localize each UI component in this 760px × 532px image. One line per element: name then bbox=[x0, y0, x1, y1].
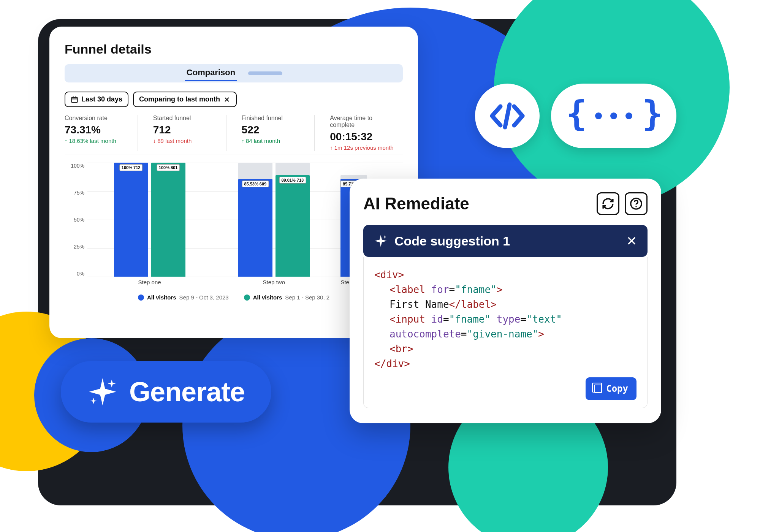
tabs-bar: Comparison bbox=[65, 64, 403, 82]
stat-value: 522 bbox=[242, 124, 307, 136]
help-button[interactable] bbox=[625, 192, 648, 215]
code-token: id bbox=[431, 314, 443, 325]
code-token: <label bbox=[390, 284, 425, 295]
legend-item: All visitors Sep 1 - Sep 30, 2 bbox=[244, 294, 329, 301]
funnel-title: Funnel details bbox=[65, 42, 403, 57]
svg-point-10 bbox=[625, 112, 632, 119]
legend-label: All visitors bbox=[147, 294, 176, 301]
tab-placeholder[interactable] bbox=[248, 71, 282, 75]
bar-series-b: 89.01% 713 bbox=[276, 163, 310, 277]
code-block: <div> <label for="fname"> First Name</la… bbox=[363, 257, 648, 408]
stat-delta: ↓ 89 last month bbox=[153, 138, 218, 144]
code-icon-badge bbox=[475, 84, 540, 148]
stat-delta: ↑ 18.63% last month bbox=[65, 138, 130, 144]
comparing-label: Comparing to last month bbox=[139, 95, 220, 103]
svg-point-8 bbox=[595, 112, 602, 119]
legend-item: All visitors Sep 9 - Oct 3, 2023 bbox=[138, 294, 229, 301]
stat-avg-time: Average time to complete 00:15:32 ↑ 1m 1… bbox=[330, 115, 403, 151]
bar-data-label: 100% 801 bbox=[157, 164, 180, 171]
close-suggestion-button[interactable]: ✕ bbox=[626, 233, 637, 249]
code-token: "text" bbox=[526, 314, 562, 325]
stat-delta: ↑ 1m 12s previous month bbox=[330, 144, 395, 151]
legend-label: All visitors bbox=[253, 294, 282, 301]
svg-point-9 bbox=[610, 112, 617, 119]
code-token: "fname" bbox=[449, 314, 491, 325]
bar-data-label: 89.01% 713 bbox=[279, 177, 306, 184]
bar-series-b: 100% 801 bbox=[151, 163, 185, 277]
stat-finished-funnel: Finished funnel 522 ↑ 84 last month bbox=[242, 115, 315, 151]
y-tick: 0% bbox=[65, 271, 87, 277]
y-tick: 25% bbox=[65, 244, 87, 250]
code-token: > bbox=[538, 328, 544, 340]
stat-label: Started funnel bbox=[153, 115, 218, 122]
svg-line-6 bbox=[505, 104, 510, 127]
x-label: Step two bbox=[212, 277, 336, 288]
stat-value: 00:15:32 bbox=[330, 131, 395, 143]
bar-series-a: 85.53% 609 bbox=[238, 163, 272, 277]
bar-group-step-one: 100% 712 100% 801 bbox=[87, 163, 212, 277]
stat-label: Finished funnel bbox=[242, 115, 307, 122]
sparkle-icon bbox=[374, 234, 388, 248]
arrow-down-icon: ↓ bbox=[153, 138, 156, 144]
tab-comparison[interactable]: Comparison bbox=[185, 65, 237, 81]
code-token: <input bbox=[390, 314, 425, 325]
ai-header: AI Remediate bbox=[363, 192, 648, 215]
copy-label: Copy bbox=[606, 382, 628, 396]
arrow-up-icon: ↑ bbox=[65, 138, 68, 144]
code-token: "given-name" bbox=[467, 328, 538, 340]
ai-remediate-card: AI Remediate Code suggestion 1 ✕ <div> <… bbox=[350, 179, 661, 423]
code-token: type bbox=[497, 314, 521, 325]
code-token: <br> bbox=[390, 343, 413, 355]
suggestion-header: Code suggestion 1 ✕ bbox=[363, 225, 648, 257]
x-label: Step one bbox=[87, 277, 212, 288]
refresh-button[interactable] bbox=[597, 192, 619, 215]
svg-point-13 bbox=[635, 206, 636, 207]
bar-data-label: 100% 712 bbox=[119, 164, 143, 171]
svg-text:{: { bbox=[566, 95, 587, 133]
code-token: autocomplete bbox=[390, 328, 461, 340]
arrow-up-icon: ↑ bbox=[330, 144, 333, 151]
code-token: First Name bbox=[390, 299, 449, 310]
copy-button[interactable]: Copy bbox=[586, 377, 636, 400]
code-token: </label> bbox=[449, 299, 497, 310]
y-tick: 75% bbox=[65, 190, 87, 196]
date-range-filter[interactable]: Last 30 days bbox=[65, 92, 128, 107]
code-token: </div> bbox=[374, 358, 410, 369]
bar-series-a: 100% 712 bbox=[114, 163, 148, 277]
legend-dot-icon bbox=[244, 294, 250, 301]
code-token: for bbox=[431, 284, 449, 295]
y-tick: 50% bbox=[65, 217, 87, 223]
code-token: > bbox=[497, 284, 503, 295]
stat-value: 712 bbox=[153, 124, 218, 136]
suggestion-title: Code suggestion 1 bbox=[394, 234, 510, 249]
braces-icon-badge: { } bbox=[551, 84, 676, 148]
svg-rect-0 bbox=[72, 97, 78, 102]
code-token: <div> bbox=[374, 269, 404, 280]
bar-data-label: 85.53% 609 bbox=[242, 180, 269, 187]
filter-row: Last 30 days Comparing to last month bbox=[65, 92, 403, 107]
refresh-icon bbox=[602, 197, 614, 210]
svg-text:}: } bbox=[642, 95, 663, 133]
generate-label: Generate bbox=[129, 376, 245, 407]
code-token: "fname" bbox=[455, 284, 497, 295]
question-icon bbox=[630, 197, 643, 210]
arrow-up-icon: ↑ bbox=[242, 138, 245, 144]
comparing-filter[interactable]: Comparing to last month bbox=[133, 92, 237, 107]
legend-dot-icon bbox=[138, 294, 144, 301]
generate-button[interactable]: Generate bbox=[61, 361, 271, 423]
legend-range: Sep 1 - Sep 30, 2 bbox=[285, 294, 329, 301]
y-axis: 100% 75% 50% 25% 0% bbox=[65, 163, 87, 288]
stat-delta: ↑ 84 last month bbox=[242, 138, 307, 144]
stat-conversion-rate: Conversion rate 73.31% ↑ 18.63% last mon… bbox=[65, 115, 138, 151]
y-tick: 100% bbox=[65, 163, 87, 169]
curly-braces-icon: { } bbox=[562, 95, 665, 137]
ai-header-buttons bbox=[597, 192, 648, 215]
stat-started-funnel: Started funnel 712 ↓ 89 last month bbox=[153, 115, 226, 151]
stat-value: 73.31% bbox=[65, 124, 130, 136]
calendar-icon bbox=[71, 96, 78, 103]
ai-remediate-title: AI Remediate bbox=[363, 194, 469, 213]
date-range-label: Last 30 days bbox=[81, 95, 122, 103]
code-brackets-icon bbox=[488, 101, 526, 131]
close-icon[interactable] bbox=[223, 96, 231, 103]
bar-group-step-two: 85.53% 609 89.01% 713 bbox=[212, 163, 336, 277]
